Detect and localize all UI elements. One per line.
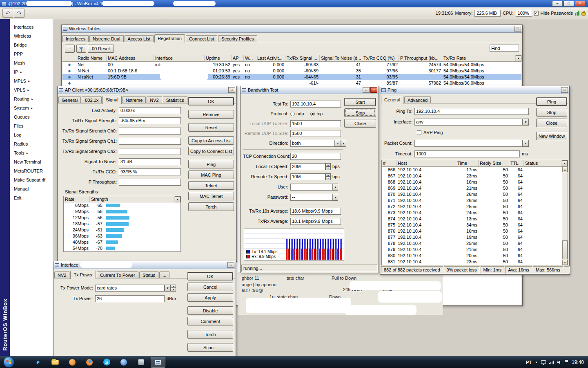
taskbar-item-explorer[interactable] — [48, 357, 62, 368]
user-input[interactable] — [290, 184, 333, 191]
registration-row[interactable]: ◆ N Net 00:1 D:68:18:6 01:20:53 yes no 0… — [62, 68, 521, 74]
column-header-host[interactable]: Host — [396, 160, 456, 166]
action-center-icon[interactable] — [565, 360, 568, 364]
wireless-tab[interactable]: Security Profiles — [218, 35, 257, 42]
column-header-radio-name[interactable]: Radio Name — [76, 55, 107, 61]
field-value[interactable]: 93/95 % — [119, 168, 181, 175]
column-header-interface[interactable]: Interface — [154, 55, 205, 61]
dialog-button[interactable]: Reset — [188, 123, 234, 132]
scroll-down-icon[interactable]: ▼ — [562, 260, 568, 265]
column-header-rate[interactable]: Tx/Rx Rate — [442, 55, 491, 61]
direction-up-icon[interactable]: ▲ — [341, 140, 346, 147]
dialog-button[interactable]: MAC Telnet — [188, 192, 234, 200]
ap-client-titlebar[interactable]: AP Client <00:15:6D:68:7D:9B> □ — [58, 86, 236, 94]
scrollbar-thumb[interactable] — [562, 240, 568, 259]
sidebar-item[interactable]: PPP — [10, 49, 53, 58]
dialog-button[interactable]: Cancel — [187, 283, 233, 291]
column-header-reply-size[interactable]: Reply Size — [479, 160, 509, 166]
tx-power-mode-dropdown-icon[interactable]: ▼ — [165, 285, 171, 292]
column-header-time[interactable]: Time — [456, 160, 479, 166]
dialog-button[interactable]: MAC Ping — [188, 171, 234, 179]
ping-result-row[interactable]: 868 192.10.10.4 16ms 50 64 — [382, 179, 562, 185]
scroll-up-icon[interactable]: ▲ — [562, 167, 568, 172]
field-value[interactable] — [119, 128, 181, 135]
column-header-last-activity[interactable]: Last Activit... — [256, 55, 285, 61]
dialog-button[interactable]: Scan... — [187, 343, 233, 352]
field-value[interactable] — [119, 179, 181, 186]
ping-result-row[interactable]: 869 192.10.10.4 21ms 50 64 — [382, 185, 562, 191]
sidebar-item[interactable]: VPLS ▸ — [10, 85, 53, 94]
sidebar-item[interactable]: MPLS ▸ — [10, 76, 53, 85]
timeout-input[interactable]: 1000 — [414, 150, 520, 157]
ping-titlebar[interactable]: Ping □ — [380, 86, 569, 94]
hide-passwords-checkbox[interactable]: ✓ — [534, 11, 539, 16]
remote-speed-stepper[interactable]: ▲▼ — [325, 173, 331, 180]
window-box-button[interactable]: □ — [227, 262, 234, 268]
dialog-button[interactable]: Torch — [188, 202, 234, 211]
dialog-button[interactable]: Comment — [187, 317, 233, 325]
dialog-button[interactable]: Copy to Connect List — [188, 147, 234, 155]
ping-result-row[interactable]: 878 192.10.10.4 25ms 50 64 — [382, 240, 562, 247]
password-input[interactable]: •• — [290, 194, 333, 201]
dialog-button[interactable]: Apply — [187, 293, 233, 302]
dialog-button[interactable]: Stop — [344, 108, 376, 117]
column-header-throughput[interactable]: P Throughput (kb... — [399, 55, 442, 61]
ping-tab[interactable]: Advanced — [404, 96, 431, 103]
column-header-w[interactable]: W... — [244, 55, 256, 61]
dialog-button[interactable]: Ping — [188, 160, 234, 168]
tcp-count-input[interactable]: 20 — [290, 153, 341, 160]
ap-client-tab[interactable]: Statistics — [163, 96, 187, 103]
dialog-button[interactable]: OK — [187, 272, 233, 280]
dialog-button[interactable]: Torch — [187, 330, 233, 339]
dialog-button[interactable]: Copy to Access List — [188, 136, 234, 145]
strength-row[interactable]: 48Mbps -67 — [64, 239, 180, 245]
ping-result-row[interactable]: 881 192.10.10.4 23ms 50 64 — [382, 259, 562, 265]
interface-tab[interactable]: NV2 — [54, 272, 69, 278]
ap-client-tab[interactable]: NV2 — [147, 96, 162, 103]
arp-ping-checkbox[interactable] — [417, 130, 421, 135]
interface-tab[interactable]: ... — [159, 272, 169, 278]
wireless-tab[interactable]: Connect List — [186, 35, 217, 42]
tx-power-input[interactable]: 26 — [95, 295, 165, 302]
dialog-button[interactable]: Disable — [187, 306, 233, 315]
ap-client-tab[interactable]: Nstreme — [122, 96, 146, 103]
column-select-icon[interactable]: ▼ — [562, 160, 568, 166]
sidebar-item[interactable]: New Terminal — [10, 157, 53, 166]
ping-result-row[interactable]: 866 192.10.10.4 17ms 50 64 — [382, 167, 562, 173]
language-indicator[interactable]: PT — [526, 360, 532, 365]
registration-row[interactable]: ◆ N raNet 15:6D 9B 00:26:39 yes no 0.000… — [62, 74, 521, 80]
field-value[interactable] — [119, 138, 181, 145]
window-box-button[interactable]: □ — [514, 26, 521, 31]
sidebar-item[interactable]: MetaROUTER — [10, 166, 53, 175]
column-header-ap[interactable]: AP — [232, 55, 244, 61]
vertical-scrollbar[interactable]: ▲ ▼ — [562, 167, 568, 265]
sidebar-item[interactable]: Radius — [10, 139, 53, 148]
tx-power-mode-select[interactable]: card rates — [95, 285, 165, 292]
start-button[interactable] — [3, 357, 14, 368]
dialog-button[interactable]: Close — [344, 119, 376, 128]
ping-result-row[interactable]: 875 192.10.10.4 34ms 50 64 — [382, 222, 562, 228]
ping-result-row[interactable]: 873 192.10.10.4 24ms 50 64 — [382, 210, 562, 216]
undo-button[interactable]: ↶ — [2, 9, 13, 18]
ping-tab[interactable]: General — [381, 96, 403, 104]
strength-row[interactable]: 18Mbps -57 — [64, 221, 180, 227]
column-header-mac[interactable]: MAC Address — [107, 55, 154, 61]
sidebar-item[interactable]: Queues — [10, 112, 53, 121]
taskbar-item-firefox[interactable] — [82, 357, 97, 368]
sidebar-item[interactable]: Mesh — [10, 58, 53, 67]
field-value[interactable]: -64/-65 dBm — [119, 117, 181, 124]
local-udp-size-input[interactable]: 1500 — [290, 120, 341, 127]
packet-count-dropdown-icon[interactable]: ▼ — [523, 140, 529, 147]
remote-speed-input[interactable]: 10M — [290, 173, 325, 180]
test-to-input[interactable]: 192.10.10.4 — [290, 101, 341, 108]
redo-button[interactable]: ↷ — [14, 9, 24, 18]
interface-select[interactable]: any — [414, 119, 523, 126]
ping-result-row[interactable]: 872 192.10.10.4 25ms 50 64 — [382, 204, 562, 210]
close-button[interactable]: × — [575, 1, 586, 7]
ap-client-tab[interactable]: Signal — [102, 96, 122, 104]
window-box-button[interactable]: □ — [228, 87, 235, 93]
clock[interactable]: 19:40 — [572, 359, 584, 365]
taskbar-item-media-app[interactable] — [65, 357, 80, 368]
sidebar-item[interactable]: Make Supout.rif — [10, 175, 53, 184]
window-box-button[interactable]: □ — [561, 87, 568, 93]
